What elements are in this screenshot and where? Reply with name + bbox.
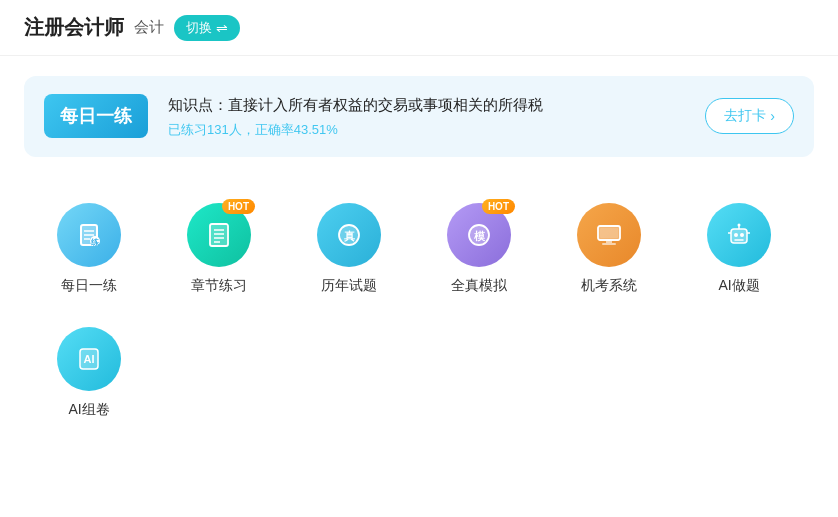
menu-item-history[interactable]: 真 历年试题 [284, 187, 414, 311]
knowledge-text: 知识点：直接计入所有者权益的交易或事项相关的所得税 [168, 94, 685, 117]
history-label: 历年试题 [321, 277, 377, 295]
daily-label: 每日一练 [61, 277, 117, 295]
svg-rect-19 [731, 229, 747, 243]
svg-point-20 [734, 233, 738, 237]
checkin-arrow-icon: › [770, 108, 775, 124]
daily-label: 每日一练 [44, 94, 148, 138]
daily-icon-circle: 练 [57, 203, 121, 267]
menu-item-chapter[interactable]: HOT 章节练习 [154, 187, 284, 311]
svg-rect-16 [606, 240, 612, 243]
switch-label: 切换 [186, 19, 212, 37]
ai-compose-icon: AI [73, 343, 105, 375]
computer-icon [593, 219, 625, 251]
icon-grid: 练 每日一练 HOT 章节练习 真 历年试题 [0, 177, 838, 445]
chapter-label: 章节练习 [191, 277, 247, 295]
chapter-icon-circle: HOT [187, 203, 251, 267]
mock-icon: 模 [463, 219, 495, 251]
chapter-icon [203, 219, 235, 251]
ai-practice-icon [723, 219, 755, 251]
ai-practice-label: AI做题 [718, 277, 759, 295]
menu-item-daily[interactable]: 练 每日一练 [24, 187, 154, 311]
page-title: 注册会计师 [24, 14, 124, 41]
checkin-button[interactable]: 去打卡 › [705, 98, 794, 134]
ai-practice-icon-circle [707, 203, 771, 267]
svg-text:真: 真 [344, 230, 355, 242]
svg-rect-18 [600, 228, 618, 238]
history-icon: 真 [333, 219, 365, 251]
svg-point-21 [740, 233, 744, 237]
menu-item-ai-practice[interactable]: AI做题 [674, 187, 804, 311]
daily-info: 知识点：直接计入所有者权益的交易或事项相关的所得税 已练习131人，正确率43.… [168, 94, 685, 139]
daily-icon: 练 [73, 219, 105, 251]
menu-item-ai-compose[interactable]: AI AI组卷 [24, 311, 154, 435]
switch-icon: ⇌ [216, 20, 228, 36]
subject-label: 会计 [134, 18, 164, 37]
menu-item-mock[interactable]: HOT 模 全真模拟 [414, 187, 544, 311]
hot-badge-chapter: HOT [222, 199, 255, 214]
ai-compose-label: AI组卷 [68, 401, 109, 419]
svg-rect-17 [602, 243, 616, 245]
mock-icon-circle: HOT 模 [447, 203, 511, 267]
computer-label: 机考系统 [581, 277, 637, 295]
menu-item-computer[interactable]: 机考系统 [544, 187, 674, 311]
svg-text:AI: AI [84, 353, 95, 365]
svg-text:模: 模 [473, 230, 486, 242]
computer-icon-circle [577, 203, 641, 267]
switch-button[interactable]: 切换 ⇌ [174, 15, 240, 41]
daily-banner: 每日一练 知识点：直接计入所有者权益的交易或事项相关的所得税 已练习131人，正… [24, 76, 814, 157]
hot-badge-mock: HOT [482, 199, 515, 214]
stats-text: 已练习131人，正确率43.51% [168, 121, 685, 139]
svg-text:练: 练 [90, 238, 100, 247]
ai-compose-icon-circle: AI [57, 327, 121, 391]
svg-point-24 [738, 223, 741, 226]
mock-label: 全真模拟 [451, 277, 507, 295]
header: 注册会计师 会计 切换 ⇌ [0, 0, 838, 56]
checkin-label: 去打卡 [724, 107, 766, 125]
history-icon-circle: 真 [317, 203, 381, 267]
